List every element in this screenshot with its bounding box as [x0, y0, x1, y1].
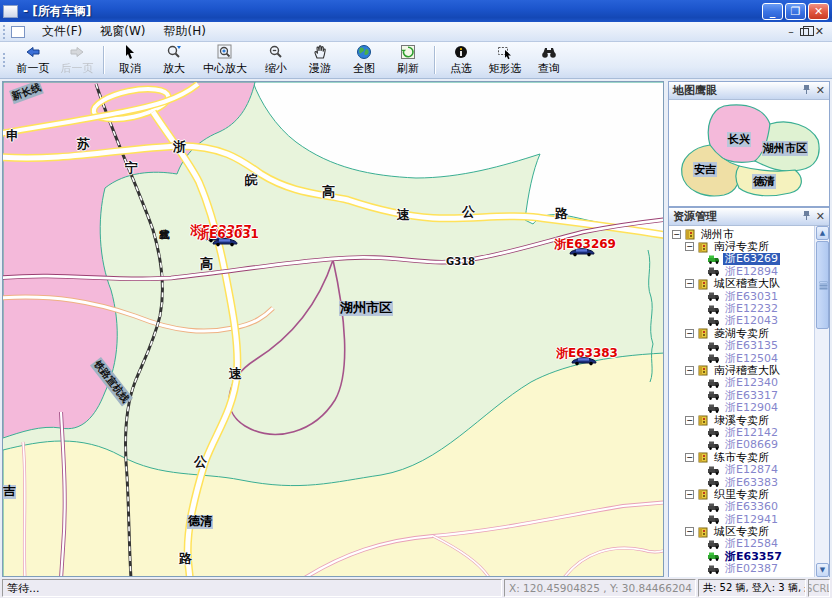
tree-vehicle-item[interactable]: 浙E12874: [669, 463, 814, 475]
expander-minus-icon[interactable]: −: [685, 329, 694, 338]
tree-vehicle-item[interactable]: 浙E63317: [669, 389, 814, 401]
tree-vehicle-item[interactable]: 浙E63360: [669, 501, 814, 513]
toolbar-refresh-button[interactable]: 刷新: [386, 43, 430, 77]
building-icon: [697, 488, 709, 500]
truck-gray-icon: [707, 353, 720, 363]
tree-vehicle-item[interactable]: 浙E63383: [669, 476, 814, 488]
car-icon: [568, 246, 596, 260]
truck-gray-icon: [707, 403, 720, 413]
rect-select-icon: [497, 44, 513, 60]
vehicle-marker[interactable]: 浙E63383: [556, 345, 618, 362]
minimap-close-icon[interactable]: ✕: [816, 84, 825, 97]
scroll-up-icon[interactable]: ▲: [816, 226, 829, 240]
menu-item-0[interactable]: 文件(F): [33, 21, 91, 42]
expander-minus-icon[interactable]: −: [685, 416, 694, 425]
toolbar-center-zoom-button[interactable]: 中心放大: [196, 43, 254, 77]
expander-minus-icon[interactable]: −: [672, 230, 681, 239]
tree-group-item[interactable]: −埭溪专卖所: [669, 414, 814, 426]
pin-icon[interactable]: [802, 210, 811, 224]
child-window-icon[interactable]: [11, 26, 25, 38]
tree-item-label: 浙E12904: [723, 401, 780, 413]
close-button[interactable]: ✕: [808, 3, 829, 20]
tree-vehicle-item[interactable]: 浙E12941: [669, 513, 814, 525]
tree-item-label: 浙E12232: [723, 302, 780, 314]
tree-vehicle-item[interactable]: 浙E63135: [669, 340, 814, 352]
toolbar-zoom-out-button[interactable]: 缩小: [254, 43, 298, 77]
toolbar-button-label: 缩小: [265, 61, 287, 76]
restore-button[interactable]: ❐: [785, 3, 806, 20]
tree-vehicle-item[interactable]: 浙E12232: [669, 302, 814, 314]
toolbar-arrow-left-button[interactable]: 前一页: [11, 43, 55, 77]
tree-vehicle-item[interactable]: 浙E12904: [669, 401, 814, 413]
tree-vehicle-item[interactable]: 浙E12584: [669, 538, 814, 550]
tree-group-item[interactable]: −城区专卖所: [669, 525, 814, 537]
expander-minus-icon[interactable]: −: [685, 279, 694, 288]
minimize-button[interactable]: _: [762, 3, 783, 20]
minimap-canvas[interactable]: 长兴安吉湖州市区德清: [669, 100, 829, 205]
tree-vehicle-item[interactable]: 浙E63031: [669, 290, 814, 302]
expander-minus-icon[interactable]: −: [685, 366, 694, 375]
tree-vehicle-item[interactable]: 浙E12340: [669, 377, 814, 389]
expander-minus-icon[interactable]: −: [685, 242, 694, 251]
toolbar-pan-hand-button[interactable]: 漫游: [298, 43, 342, 77]
center-zoom-icon: [217, 44, 233, 60]
resource-close-icon[interactable]: ✕: [816, 210, 825, 223]
scroll-down-icon[interactable]: ▼: [816, 563, 829, 577]
toolbar-button-label: 取消: [119, 61, 141, 76]
tree-group-item[interactable]: −织里专卖所: [669, 488, 814, 500]
tree-root-item[interactable]: −湖州市: [669, 228, 814, 240]
tree-vehicle-item[interactable]: 浙E63357: [669, 550, 814, 562]
tree-item-label: 浙E63360: [723, 501, 780, 513]
tree-vehicle-item[interactable]: 浙E12043: [669, 315, 814, 327]
toolbar-globe-button[interactable]: 全图: [342, 43, 386, 77]
child-restore-button[interactable]: [800, 28, 809, 36]
zoom-out-icon: [268, 44, 284, 60]
menu-item-1[interactable]: 视窗(W): [91, 21, 154, 42]
menu-item-2[interactable]: 帮助(H): [155, 21, 215, 42]
vehicle-marker[interactable]: 浙E63031: [197, 226, 259, 243]
tree-vehicle-item[interactable]: 浙E63269: [669, 253, 814, 265]
toolbar-zoom-in-button[interactable]: 放大: [152, 43, 196, 77]
building-icon: [697, 241, 709, 253]
tree-vehicle-item[interactable]: 浙E02387: [669, 563, 814, 575]
vehicle-marker[interactable]: 浙E63269: [554, 236, 616, 253]
app-icon: [3, 5, 18, 18]
tree-item-label: 南浔专卖所: [712, 240, 771, 252]
scroll-thumb[interactable]: [816, 241, 829, 329]
tree-vehicle-item[interactable]: 浙E12894: [669, 265, 814, 277]
building-icon: [697, 364, 709, 376]
child-close-button[interactable]: ✕: [815, 26, 824, 38]
building-icon: [697, 414, 709, 426]
toolbar-binoculars-button[interactable]: 查询: [527, 43, 571, 77]
tree-item-label: 浙E12142: [723, 426, 780, 438]
toolbar-rect-select-button[interactable]: 矩形选: [483, 43, 527, 77]
truck-gray-icon: [707, 514, 720, 524]
pin-icon[interactable]: [802, 84, 811, 98]
status-vehicle-counts: 共: 52 辆, 登入: 3 辆, 未登入: 49 辆: [698, 579, 806, 597]
toolbar-point-select-button[interactable]: 点选: [439, 43, 483, 77]
tree-group-item[interactable]: −南浔专卖所: [669, 240, 814, 252]
expander-minus-icon[interactable]: −: [685, 490, 694, 499]
tree-vehicle-item[interactable]: 浙E12142: [669, 426, 814, 438]
minimap-panel: 地图鹰眼 ✕ 长兴安吉湖州市区德清: [668, 81, 830, 207]
map-canvas[interactable]: 申苏浙宁皖高速公路高速公路G318宣杭线铁路宣杭线新长线湖州市区德清吉浙E633…: [2, 81, 664, 577]
title-bar: - [所有车辆] _ ❐ ✕: [0, 0, 832, 22]
globe-icon: [356, 44, 372, 60]
toolbar-arrow-right-button[interactable]: 后一页: [55, 43, 99, 77]
refresh-icon: [400, 44, 416, 60]
tree-group-item[interactable]: −城区稽查大队: [669, 278, 814, 290]
child-minimize-button[interactable]: –: [788, 26, 794, 38]
tree-scrollbar[interactable]: ▲ ▼: [814, 226, 829, 577]
tree-group-item[interactable]: −南浔稽查大队: [669, 364, 814, 376]
tree-group-item[interactable]: −练市专卖所: [669, 451, 814, 463]
expander-minus-icon[interactable]: −: [685, 453, 694, 462]
toolbar-button-label: 点选: [450, 61, 472, 76]
truck-gray-icon: [707, 266, 720, 276]
tree-vehicle-item[interactable]: 浙E08669: [669, 439, 814, 451]
tree-group-item[interactable]: −菱湖专卖所: [669, 327, 814, 339]
expander-minus-icon[interactable]: −: [685, 527, 694, 536]
tree-item-label: 湖州市: [699, 228, 736, 240]
tree-vehicle-item[interactable]: 浙E12504: [669, 352, 814, 364]
toolbar-cursor-button[interactable]: 取消: [108, 43, 152, 77]
toolbar-button-label: 刷新: [397, 61, 419, 76]
